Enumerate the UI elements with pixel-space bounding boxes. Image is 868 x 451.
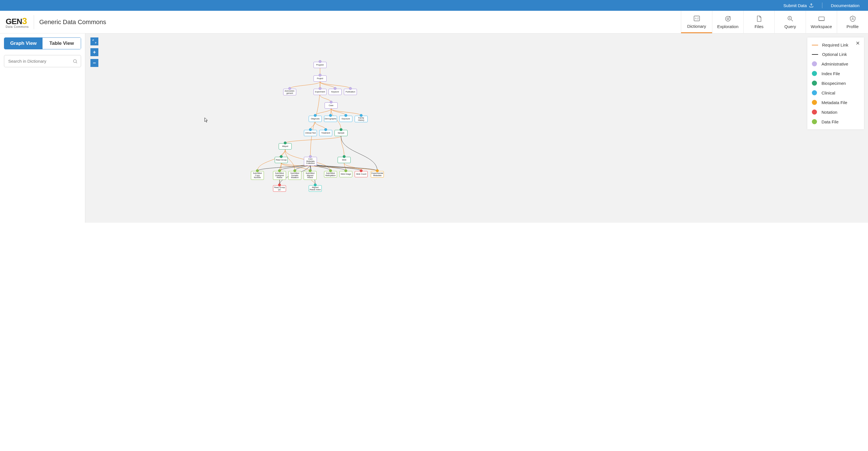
node-label: Family History [355, 117, 367, 121]
node-sar[interactable]: Submitted Aligned Reads [304, 171, 317, 180]
node-ack[interactable]: Acknowled-gement [283, 89, 296, 95]
node-sm[interactable]: Submitted Methylation [324, 171, 337, 178]
node-ari[interactable]: Aligned Reads Index [309, 185, 322, 192]
zoom-controls [90, 37, 98, 67]
graph-view-button[interactable]: Graph View [4, 38, 42, 49]
sidebar: Graph View Table View [0, 33, 85, 223]
node-label: Case [329, 104, 333, 107]
node-label: Submitted Aligned Reads [304, 172, 316, 179]
node-label: Slide Count [356, 173, 366, 175]
node-sur[interactable]: Submitted Unaligned Reads [273, 171, 286, 180]
node-label: Aligned Reads Index [309, 186, 321, 190]
node-label: Keyword [331, 91, 339, 93]
exploration-icon [724, 15, 732, 22]
logo-block[interactable]: GEN3 Data Commons Generic Data Commons [0, 11, 112, 33]
legend-item-metadata-file: Metadata File [807, 97, 864, 107]
nav-dictionary[interactable]: A-ZDictionary [681, 11, 712, 33]
nav-query[interactable]: Query [774, 11, 806, 33]
node-label: Experiment [315, 91, 325, 93]
close-icon [856, 41, 860, 46]
node-label: Acknowled-gement [284, 90, 296, 94]
node-aliquot[interactable]: Aliquot [279, 143, 292, 149]
legend-item-biospecimen: Biospecimen [807, 78, 864, 88]
node-publication[interactable]: Publication [344, 89, 357, 95]
nav-label: Query [784, 24, 796, 29]
node-label: Slide [342, 159, 346, 161]
svg-point-13 [73, 60, 76, 63]
legend-panel: Required Link Optional Link Administrati… [807, 37, 864, 129]
fullscreen-icon [92, 39, 97, 44]
node-label: Diagnosis [311, 118, 320, 120]
documentation-label: Documentation [831, 3, 860, 8]
cursor-icon [205, 117, 208, 123]
graph-canvas[interactable]: ProgramProjectAcknowled-gementExperiment… [85, 33, 868, 223]
profile-icon [849, 15, 857, 22]
node-exposure[interactable]: Exposure [339, 116, 352, 122]
table-view-button[interactable]: Table View [42, 38, 81, 49]
node-project[interactable]: Project [313, 76, 327, 82]
documentation-link[interactable]: Documentation [831, 3, 860, 8]
node-program[interactable]: Program [313, 62, 327, 68]
legend-close-button[interactable] [856, 40, 860, 47]
node-diagnosis[interactable]: Diagnosis [309, 116, 322, 122]
search-wrap [4, 55, 81, 67]
svg-point-5 [729, 16, 730, 17]
node-label: Exposure [342, 118, 350, 120]
node-keyword[interactable]: Keyword [329, 89, 342, 95]
minus-icon [92, 61, 97, 65]
zoom-out-button[interactable] [90, 59, 98, 67]
query-icon [787, 15, 794, 22]
node-ssm[interactable]: Submitted Somatic Mutation [288, 171, 301, 180]
node-case[interactable]: Case [324, 102, 338, 109]
zoom-in-button[interactable] [90, 48, 98, 56]
legend-item-notation: Notation [807, 107, 864, 117]
top-bar: Submit Data Documentation [0, 0, 868, 11]
node-rgqc[interactable]: Read Group QC [273, 185, 286, 192]
node-scn[interactable]: Submitted Copy Number [251, 171, 264, 180]
fit-screen-button[interactable] [90, 37, 98, 46]
search-input[interactable] [4, 55, 81, 67]
node-label: Submitted Copy Number [251, 172, 264, 179]
node-slideimg[interactable]: Slide Image [339, 171, 352, 177]
workspace-icon [818, 15, 825, 22]
node-experiment[interactable]: Experiment [313, 89, 327, 95]
node-family[interactable]: Family History [354, 116, 368, 122]
main-nav: A-ZDictionaryExplorationFilesQueryWorksp… [681, 11, 868, 33]
node-label: Program [316, 64, 324, 66]
node-label: Project [317, 78, 323, 80]
node-clintest[interactable]: Clinical Test [304, 130, 317, 136]
node-treatment[interactable]: Treatment [319, 130, 332, 136]
nav-label: Exploration [717, 24, 739, 29]
node-slide[interactable]: Slide [338, 157, 351, 163]
legend-item-clinical: Clinical [807, 88, 864, 97]
node-slidecount[interactable]: Slide Count [354, 171, 368, 177]
svg-point-12 [852, 18, 853, 19]
node-label: Treatment [321, 132, 330, 134]
node-label: Submitted Somatic Mutation [289, 172, 301, 179]
logo-sub: Data Commons [6, 25, 29, 28]
node-label: Sample [338, 132, 344, 134]
node-label: Read Group [276, 159, 287, 161]
nav-workspace[interactable]: Workspace [806, 11, 837, 33]
nav-label: Profile [846, 24, 859, 29]
logo-divider [34, 15, 34, 29]
view-toggle: Graph View Table View [4, 37, 81, 49]
header: GEN3 Data Commons Generic Data Commons A… [0, 11, 868, 33]
node-expmeta[interactable]: Experimental Metadata [371, 171, 384, 178]
node-cmc[interactable]: Core Metadata Collection [304, 157, 317, 166]
nav-exploration[interactable]: Exploration [712, 11, 743, 33]
node-readgroup[interactable]: Read Group [275, 157, 288, 163]
nav-label: Dictionary [687, 24, 706, 29]
app-title: Generic Data Commons [39, 19, 106, 26]
plus-icon [92, 50, 97, 55]
nav-files[interactable]: Files [743, 11, 774, 33]
svg-point-4 [727, 18, 729, 20]
nav-profile[interactable]: Profile [837, 11, 868, 33]
node-demographic[interactable]: Demographic [324, 116, 337, 122]
legend-optional-link: Optional Link [807, 50, 864, 59]
svg-line-7 [791, 20, 793, 21]
submit-data-link[interactable]: Submit Data [783, 3, 814, 8]
node-label: Aliquot [282, 145, 288, 148]
node-sample[interactable]: Sample [335, 130, 347, 136]
legend-item-data-file: Data File [807, 117, 864, 126]
